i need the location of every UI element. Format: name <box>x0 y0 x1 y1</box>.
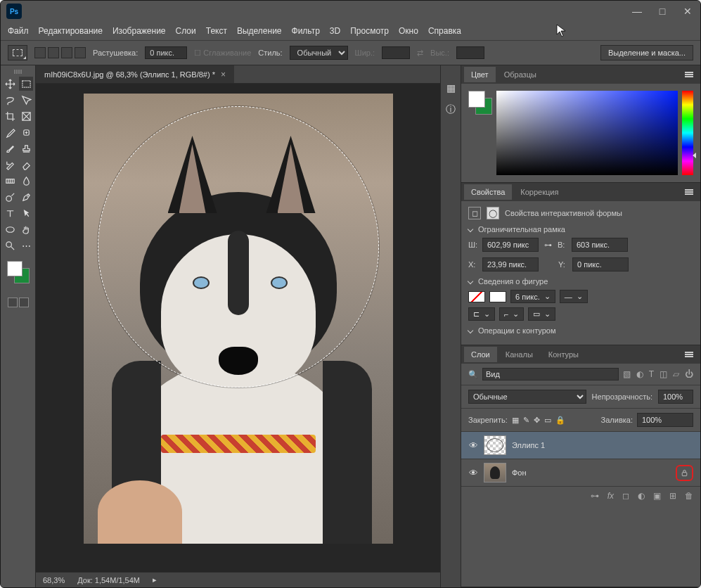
pen-tool-icon[interactable] <box>19 190 33 204</box>
history-panel-icon[interactable]: ▦ <box>446 82 456 94</box>
menu-3d[interactable]: 3D <box>330 26 340 36</box>
filter-smart-icon[interactable]: ▱ <box>673 369 679 379</box>
document-tab[interactable]: mIh09iC8x6U.jpg @ 68,3% (Эллипс 1, RGB/8… <box>36 65 234 83</box>
tab-adjustments[interactable]: Коррекция <box>513 184 565 200</box>
layer-thumb[interactable] <box>484 435 506 455</box>
layer-thumb[interactable] <box>484 463 506 482</box>
layer-name[interactable]: Эллипс 1 <box>512 441 693 449</box>
type-tool-icon[interactable] <box>3 206 17 220</box>
color-picker[interactable] <box>7 261 30 283</box>
menu-view[interactable]: Просмотр <box>350 26 389 36</box>
layer-item-ellipse[interactable]: 👁 Эллипс 1 <box>461 432 700 459</box>
panel-menu-icon[interactable] <box>681 70 697 79</box>
fill-input[interactable] <box>637 413 693 427</box>
gradient-tool-icon[interactable] <box>3 174 17 188</box>
corner-select[interactable]: ⌐ ⌄ <box>499 307 524 321</box>
lock-pos-icon[interactable]: ✥ <box>534 416 540 425</box>
edit-toolbar-icon[interactable]: ⋯ <box>19 238 33 253</box>
menu-layers[interactable]: Слои <box>176 26 196 36</box>
layer-name[interactable]: Фон <box>512 468 670 477</box>
move-tool-icon[interactable] <box>3 77 17 91</box>
opacity-input[interactable] <box>658 390 693 404</box>
marquee-tool-icon[interactable] <box>19 77 33 91</box>
fill-swatch[interactable] <box>468 291 485 302</box>
canvas-viewport[interactable] <box>36 84 440 572</box>
panel-menu-icon[interactable] <box>681 188 697 196</box>
tab-channels[interactable]: Каналы <box>499 347 540 362</box>
link-wh-icon[interactable]: ⊶ <box>544 241 552 250</box>
menu-text[interactable]: Текст <box>206 26 227 36</box>
fx-icon[interactable]: fx <box>607 491 614 501</box>
layer-filter-input[interactable] <box>482 368 619 381</box>
link-layers-icon[interactable]: ⊶ <box>591 491 599 501</box>
group-icon[interactable]: ▣ <box>653 491 661 501</box>
color-field[interactable] <box>496 91 678 175</box>
align-select[interactable]: ▭ ⌄ <box>528 307 555 321</box>
visibility-toggle-icon[interactable]: 👁 <box>468 440 478 451</box>
doc-size[interactable]: Док: 1,54M/1,54M <box>77 576 140 584</box>
quickmask-screenmode[interactable] <box>8 298 29 307</box>
panel-color-swatches[interactable] <box>468 91 492 115</box>
zoom-level[interactable]: 68,3% <box>43 576 65 584</box>
menu-edit[interactable]: Редактирование <box>39 26 103 36</box>
menu-image[interactable]: Изображение <box>112 26 166 36</box>
current-tool-icon[interactable] <box>8 45 27 60</box>
ops-section[interactable]: Операции с контуром <box>468 326 693 335</box>
new-layer-icon[interactable]: ⊞ <box>669 491 676 501</box>
close-button[interactable]: ✕ <box>681 6 695 17</box>
blur-tool-icon[interactable] <box>19 174 33 188</box>
delete-layer-icon[interactable]: 🗑 <box>685 491 693 501</box>
adjustment-icon[interactable]: ◐ <box>638 491 645 501</box>
crop-tool-icon[interactable] <box>3 109 17 123</box>
tab-layers[interactable]: Слои <box>464 347 497 362</box>
menu-filter[interactable]: Фильтр <box>292 26 320 36</box>
foreground-color-swatch[interactable] <box>7 261 22 276</box>
filter-type-icon[interactable]: T <box>649 369 654 379</box>
eraser-tool-icon[interactable] <box>19 158 33 172</box>
bbox-section[interactable]: Ограничительная рамка <box>468 225 693 234</box>
path-select-tool-icon[interactable] <box>19 206 33 220</box>
tab-color[interactable]: Цвет <box>464 67 496 82</box>
lock-pixels-icon[interactable]: ✎ <box>523 416 529 425</box>
history-brush-tool-icon[interactable] <box>3 158 17 172</box>
mask-icon[interactable]: ◻ <box>622 491 629 501</box>
dodge-tool-icon[interactable] <box>3 190 17 204</box>
stroke-width-select[interactable]: 6 пикс. ⌄ <box>510 290 555 303</box>
maximize-button[interactable]: □ <box>655 6 669 17</box>
info-panel-icon[interactable]: ⓘ <box>446 103 456 116</box>
tab-swatches[interactable]: Образцы <box>497 67 544 82</box>
lasso-tool-icon[interactable] <box>3 93 17 107</box>
y-input[interactable] <box>572 257 629 271</box>
filter-adjust-icon[interactable]: ◐ <box>636 369 643 379</box>
visibility-toggle-icon[interactable]: 👁 <box>468 468 478 478</box>
menu-help[interactable]: Справка <box>428 26 461 36</box>
tab-properties[interactable]: Свойства <box>464 184 512 200</box>
select-and-mask-button[interactable]: Выделение и маска... <box>600 45 693 60</box>
healing-tool-icon[interactable] <box>19 125 33 139</box>
stroke-style-select[interactable]: — ⌄ <box>560 290 588 303</box>
tab-paths[interactable]: Контуры <box>541 347 586 362</box>
menu-window[interactable]: Окно <box>399 26 418 36</box>
menu-select[interactable]: Выделение <box>237 26 282 36</box>
filter-shape-icon[interactable]: ◫ <box>660 369 667 379</box>
cap-select[interactable]: ⊏ ⌄ <box>468 307 495 321</box>
selection-mode-icons[interactable] <box>34 47 86 58</box>
style-select[interactable]: Обычный <box>290 46 348 60</box>
brush-tool-icon[interactable] <box>3 141 17 155</box>
lock-artboard-icon[interactable]: ▭ <box>544 416 551 425</box>
feather-input[interactable] <box>145 46 187 59</box>
height-input[interactable] <box>572 238 628 252</box>
filter-toggle[interactable]: ⏻ <box>685 369 693 379</box>
x-input[interactable] <box>482 257 539 271</box>
status-chevron-icon[interactable]: ▸ <box>153 575 157 584</box>
hue-slider[interactable] <box>682 91 693 175</box>
hand-tool-icon[interactable] <box>19 222 33 236</box>
filter-pixel-icon[interactable]: ▧ <box>623 369 631 379</box>
ellipse-shape-tool-icon[interactable] <box>3 222 17 236</box>
width-input[interactable] <box>482 238 539 252</box>
stroke-swatch[interactable] <box>489 291 506 302</box>
close-tab-icon[interactable]: × <box>221 70 226 79</box>
eyedropper-tool-icon[interactable] <box>3 125 17 139</box>
panel-menu-icon[interactable] <box>681 350 697 359</box>
background-lock-icon[interactable] <box>676 465 693 481</box>
